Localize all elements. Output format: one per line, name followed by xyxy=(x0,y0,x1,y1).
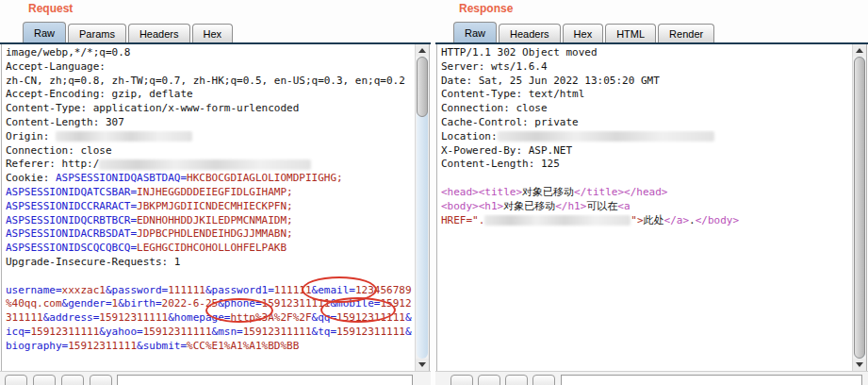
response-panel: Response RawHeadersHexHTMLRender HTTP/1.… xyxy=(435,0,868,385)
code-line: Referer: http:/ xyxy=(6,158,413,172)
response-title: Response xyxy=(459,2,513,15)
redacted-blur xyxy=(56,131,192,142)
code-line: ASPSESSIONIDQATCSBAR=INJHEGGDDDEIEGFIDLG… xyxy=(6,186,413,200)
code-line: zh-CN, zh;q=0.8, zh-TW;q=0.7, zh-HK;q=0.… xyxy=(6,75,413,89)
code-line: biography=15912311111&submit=%CC%E1%A1%A… xyxy=(6,340,413,354)
scrollbar-thumb[interactable] xyxy=(854,57,865,359)
code-line: Date: Sat, 25 Jun 2022 13:05:20 GMT xyxy=(441,75,850,89)
code-line: %40qq.com&gender=1&birth=2022-6-25&phone… xyxy=(6,297,413,311)
code-line: Server: wts/1.6.4 xyxy=(441,60,850,75)
scroll-down-button[interactable] xyxy=(853,359,866,371)
code-line: HREF=".">此处</a>.</body> xyxy=(441,214,850,228)
redacted-blur xyxy=(484,215,631,226)
search-option-button-3[interactable] xyxy=(505,375,528,385)
tab-raw[interactable]: Raw xyxy=(23,22,66,43)
code-line: ASPSESSIONIDCCRARACT=JBKPMJGDIICNDECMHIE… xyxy=(6,200,413,214)
request-scrollbar[interactable] xyxy=(415,44,429,371)
request-search-bar xyxy=(0,371,431,385)
down-arrow-icon xyxy=(418,362,426,367)
response-search-bar xyxy=(435,371,868,385)
tab-render[interactable]: Render xyxy=(658,24,714,43)
redacted-blur xyxy=(498,131,714,142)
request-tabs: RawParamsHeadersHex xyxy=(23,21,233,43)
search-option-button-2[interactable] xyxy=(478,375,500,385)
http-message-viewer: { "ui": { "colors": { "title_orange": "#… xyxy=(0,0,868,385)
code-line: ASPSESSIONIDQCRBTBCR=EDNHOHHDDJKILEDPMCN… xyxy=(6,214,413,228)
search-option-button-3[interactable] xyxy=(61,375,84,385)
code-line: <body><h1>对象已移动</h1>可以在<a xyxy=(441,200,850,214)
code-line: <head><title>对象已移动</title></head> xyxy=(441,186,850,200)
code-line: X-Powered-By: ASP.NET xyxy=(441,144,850,159)
code-line: Content-Type: application/x-www-form-url… xyxy=(6,102,413,116)
code-line: Cookie: ASPSESSIONIDQASBTDAQ=HKCBOCGDIAG… xyxy=(6,172,413,186)
code-line: ASPSESSIONIDACRBSDAT=JDPBCPHDLENDEIHDGJJ… xyxy=(6,227,413,242)
down-arrow-icon xyxy=(856,362,863,367)
code-line: Upgrade-Insecure-Requests: 1 xyxy=(6,256,413,270)
scrollbar-track[interactable] xyxy=(854,57,865,359)
tab-html[interactable]: HTML xyxy=(605,24,656,43)
search-option-button-2[interactable] xyxy=(33,375,56,385)
tab-headers[interactable]: Headers xyxy=(499,24,561,43)
up-arrow-icon xyxy=(418,48,426,53)
search-input[interactable] xyxy=(561,375,862,385)
code-line: Content-Type: text/html xyxy=(441,88,850,102)
tab-headers[interactable]: Headers xyxy=(128,24,190,43)
search-option-button-4[interactable] xyxy=(90,375,112,385)
request-raw-text: image/webp,*/*;q=0.8Accept-Language:zh-C… xyxy=(6,46,413,354)
response-editor[interactable]: HTTP/1.1 302 Object movedServer: wts/1.6… xyxy=(436,44,867,372)
code-line: Cache-Control: private xyxy=(441,116,850,130)
search-option-button-4[interactable] xyxy=(532,375,555,385)
scrollbar-thumb[interactable] xyxy=(417,57,428,117)
scroll-up-button[interactable] xyxy=(416,44,429,57)
code-line: Content-Length: 307 xyxy=(6,116,413,130)
code-line: Connection: close xyxy=(6,144,413,159)
scroll-down-button[interactable] xyxy=(416,359,429,371)
response-tabs: RawHeadersHexHTMLRender xyxy=(453,21,714,43)
code-line: icq=15912311111&yahoo=15912311111&msn=15… xyxy=(6,326,413,340)
response-raw-text: HTTP/1.1 302 Object movedServer: wts/1.6… xyxy=(441,46,850,227)
code-line: 311111&address=15912311111&homepage=http… xyxy=(6,311,413,326)
response-scrollbar[interactable] xyxy=(852,44,866,371)
tab-params[interactable]: Params xyxy=(68,24,126,43)
code-line: HTTP/1.1 302 Object moved xyxy=(441,46,850,60)
search-option-button-1[interactable] xyxy=(450,375,473,385)
code-line: Origin: xyxy=(6,130,413,144)
code-line: Content-Length: 125 xyxy=(441,158,850,172)
request-title: Request xyxy=(28,2,73,15)
redacted-blur xyxy=(99,159,311,170)
request-panel: Request RawParamsHeadersHex image/webp,*… xyxy=(0,0,431,385)
tab-hex[interactable]: Hex xyxy=(192,24,234,43)
code-line: Accept-Language: xyxy=(6,60,413,75)
code-line xyxy=(441,172,850,186)
code-line: ASPSESSIONIDSCQCQBCQ=LEGHGCIDHCOHOLLOHFE… xyxy=(6,242,413,256)
scrollbar-track[interactable] xyxy=(417,57,428,359)
tab-raw[interactable]: Raw xyxy=(453,22,497,43)
code-line: Accept-Encoding: gzip, deflate xyxy=(6,88,413,102)
request-editor[interactable]: image/webp,*/*;q=0.8Accept-Language:zh-C… xyxy=(1,44,430,372)
tab-hex[interactable]: Hex xyxy=(563,24,604,43)
code-line: username=xxxzac1&password=111111&passwor… xyxy=(6,284,413,298)
code-line: Location: xyxy=(441,130,850,144)
scroll-up-button[interactable] xyxy=(853,44,866,57)
search-option-button-1[interactable] xyxy=(5,375,27,385)
up-arrow-icon xyxy=(856,48,863,53)
code-line: Connection: close xyxy=(441,102,850,116)
code-line xyxy=(6,270,413,284)
code-line: image/webp,*/*;q=0.8 xyxy=(6,46,413,60)
search-input[interactable] xyxy=(117,375,413,385)
